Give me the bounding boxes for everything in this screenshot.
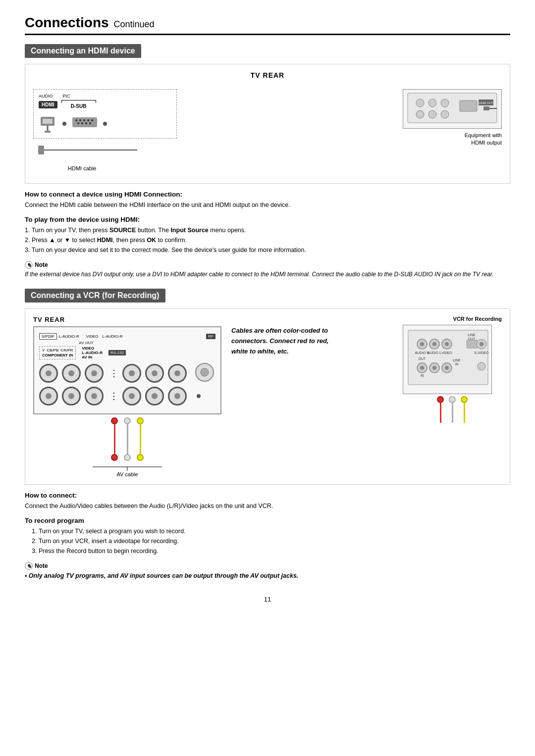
av-in-label: VIDEO L-AUDIO-R AV IN <box>82 346 103 359</box>
dot-indicator3 <box>197 394 201 398</box>
vcr-how-to-connect: How to connect: Connect the Audio/Video … <box>25 492 510 511</box>
svg-point-12 <box>85 122 87 124</box>
vcr-cables-text: Cables are often color-coded to connecto… <box>231 316 393 356</box>
svg-point-40 <box>445 342 449 346</box>
svg-rect-41 <box>467 340 478 348</box>
svg-point-58 <box>478 362 485 370</box>
conn-circle-6 <box>168 364 187 383</box>
connectors-row1: ⋮ <box>39 362 215 384</box>
section-hdmi-header: Connecting an HDMI device <box>25 44 141 58</box>
svg-point-5 <box>75 119 77 121</box>
conn-circle-9 <box>85 387 104 405</box>
vcr-note: ✎ Note • Only analog TV programs, and AV… <box>25 562 510 581</box>
svg-point-20 <box>416 110 424 118</box>
vcr-cable-yellow <box>461 396 468 423</box>
page-number: 11 <box>25 596 510 603</box>
conn-circle-5 <box>145 364 164 383</box>
connectors-row2: ⋮ <box>39 387 215 405</box>
panel-labels-row2: Y CB/PB CR/PR COMPONENT IN VIDEO L-AUDIO… <box>39 346 215 359</box>
svg-text:S-VIDEO: S-VIDEO <box>475 351 489 354</box>
svg-point-38 <box>432 342 436 346</box>
svg-point-43 <box>480 342 483 346</box>
hdmi-chip: HDMI <box>39 101 57 108</box>
conn-circle-2 <box>62 364 81 383</box>
vcr-record-heading: To record program <box>25 517 510 524</box>
svg-point-22 <box>441 110 449 118</box>
vcr-diagram-box: TV REAR S/PDIF L-AUDIO-R VIDEO L-AUDIO-R… <box>25 308 510 485</box>
av-plug-white <box>124 417 131 424</box>
svg-point-17 <box>416 99 424 107</box>
svg-text:HDMI OUT: HDMI OUT <box>479 101 493 104</box>
av-cable-white <box>124 417 131 461</box>
svg-rect-14 <box>38 146 44 154</box>
record-step3: 3. Press the Record button to begin reco… <box>32 546 510 556</box>
svg-point-6 <box>79 119 81 121</box>
vcr-cable-red <box>437 396 444 423</box>
svg-point-36 <box>420 342 424 346</box>
hdmi-play-step3: 3. Turn on your device and set it to the… <box>25 245 510 255</box>
av-cable-red <box>111 417 118 461</box>
vcr-plug-white <box>449 396 456 403</box>
svg-point-29 <box>201 368 209 376</box>
tv-rear-labels: AUDIO PIC <box>39 94 171 99</box>
component-in-section: Y CB/PB CR/PR COMPONENT IN <box>39 346 76 359</box>
vcr-connect-text: Connect the Audio/Video cables between t… <box>25 501 510 511</box>
svg-text:OUT: OUT <box>419 357 427 360</box>
conn-circle-1 <box>39 364 58 383</box>
dot-indicator2 <box>103 122 107 126</box>
page-title: Connections Continued <box>25 15 510 35</box>
av-line-yellow <box>140 424 141 454</box>
av-cables <box>33 417 221 461</box>
svg-point-19 <box>441 99 449 107</box>
svg-point-54 <box>445 366 449 370</box>
av-line-white <box>127 424 128 454</box>
vcr-line-red <box>440 403 441 423</box>
tv-rear-panel: AUDIO PIC HDMI D-SUB <box>33 89 177 139</box>
svg-point-21 <box>428 110 436 118</box>
vcr-tv-rear: TV REAR S/PDIF L-AUDIO-R VIDEO L-AUDIO-R… <box>33 316 221 477</box>
note-icon2: ✎ <box>25 562 33 570</box>
vcr-cable-white <box>449 396 456 423</box>
hdmi-note-text: If the external device has DVI output on… <box>25 270 510 279</box>
hdmi-note-label: ✎ Note <box>25 261 48 269</box>
av-plug-yellow <box>137 417 144 424</box>
svg-point-11 <box>81 122 83 124</box>
svg-text:VIDEO: VIDEO <box>441 351 452 354</box>
panel-labels-row1: S/PDIF L-AUDIO-R VIDEO L-AUDIO-R RF <box>39 333 215 340</box>
vga-port-icon <box>72 115 97 132</box>
spdif-label: S/PDIF <box>39 333 57 340</box>
svg-rect-4 <box>72 117 97 127</box>
svg-point-7 <box>83 119 85 121</box>
conn-circle-7 <box>39 387 58 405</box>
vcr-plug-yellow <box>461 396 468 403</box>
hdmi-cable-label: HDMI cable <box>68 165 96 171</box>
svg-rect-23 <box>460 101 477 111</box>
equipment-label: Equipment with HDMI output <box>465 132 502 147</box>
vcr-tv-rear-label: TV REAR <box>33 316 221 323</box>
vcr-rear-panel: S/PDIF L-AUDIO-R VIDEO L-AUDIO-R RF AV O… <box>33 326 221 414</box>
vcr-line-yellow <box>464 403 465 423</box>
svg-point-18 <box>428 99 436 107</box>
hdmi-equipment: HDMI OUT Equipment with HDMI output <box>363 89 502 147</box>
vcr-device-label: VCR for Recording <box>403 316 502 322</box>
hdmi-play-heading: To play from the device using HDMI: <box>25 216 510 223</box>
rf-chip: RF <box>206 334 215 339</box>
hdmi-play-step1: 1. Turn on your TV, then press SOURCE bu… <box>25 225 510 235</box>
rs232-chip: RS-232 <box>108 350 126 355</box>
section-hdmi: Connecting an HDMI device TV REAR AUDIO … <box>25 44 510 279</box>
vcr-note-text: • Only analog TV programs, and AV input … <box>25 571 510 581</box>
conn-circle-12 <box>168 387 187 405</box>
av-plug-red2 <box>111 454 118 461</box>
conn-circle-4 <box>122 364 141 383</box>
hdmi-play-step2: 2. Press ▲ or ▼ to select HDMI, then pre… <box>25 235 510 245</box>
conn-circle-10 <box>122 387 141 405</box>
svg-text:LINE: LINE <box>453 358 461 362</box>
svg-rect-26 <box>483 106 489 110</box>
connector-row <box>39 113 171 134</box>
section-vcr-header: Connecting a VCR (for Recording) <box>25 289 165 302</box>
dsub-bracket <box>61 100 96 103</box>
svg-text:IN: IN <box>421 374 424 377</box>
svg-rect-1 <box>43 119 53 124</box>
vcr-device: VCR for Recording LINE OUT <box>403 316 502 423</box>
av-out-label: AV OUT <box>79 341 215 345</box>
